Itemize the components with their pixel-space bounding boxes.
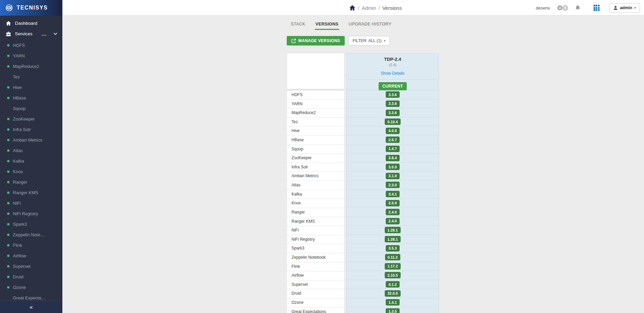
table-row: 3.4.1 <box>347 190 439 199</box>
caret-down-icon: ▾ <box>634 6 636 10</box>
sidebar-service-item[interactable]: Ozone <box>0 282 62 293</box>
manage-versions-button[interactable]: MANAGE VERSIONS <box>287 36 345 45</box>
home-icon[interactable] <box>349 5 356 11</box>
service-name-cell: Flink <box>287 262 344 272</box>
breadcrumb: / Admin / Versions <box>349 0 402 16</box>
service-item-label: ZooKeeper <box>13 116 35 122</box>
service-item-label: Superset <box>13 264 31 269</box>
sidebar-item-dashboard[interactable]: Dashboard <box>0 18 62 29</box>
version-badge[interactable]: 0.11.2 <box>385 254 401 260</box>
version-badge[interactable]: 3.8.4 <box>386 155 399 161</box>
service-name-cell: Ranger <box>287 208 344 217</box>
sidebar-service-item[interactable]: Sqoop <box>0 103 62 114</box>
service-status-dot <box>7 286 9 289</box>
table-row: 3.0.0 <box>347 163 439 172</box>
service-name-cell: NiFi Registry <box>287 235 344 244</box>
version-badge[interactable]: 4.0.0 <box>386 128 399 134</box>
sidebar-service-item[interactable]: Knox <box>0 166 62 177</box>
show-details-link[interactable]: Show Details <box>381 71 404 76</box>
sidebar-service-item[interactable]: Superset <box>0 261 62 272</box>
sidebar-service-item[interactable]: Druid <box>0 272 62 282</box>
sidebar-collapse-button[interactable]: « <box>0 301 62 313</box>
sidebar-service-item[interactable]: ZooKeeper <box>0 114 62 124</box>
sidebar-service-item[interactable]: MapReduce2 <box>0 61 62 72</box>
sidebar-service-item[interactable]: HBase <box>0 93 62 103</box>
version-badge[interactable]: 2.4.0 <box>386 209 399 215</box>
sidebar-service-item[interactable]: HDFS <box>0 40 62 51</box>
service-item-label: Kafka <box>13 159 24 164</box>
collapse-chevrons-icon: « <box>29 304 33 311</box>
table-row: 3.5.3 <box>347 244 439 253</box>
sidebar-service-item[interactable]: Ranger <box>0 177 62 187</box>
sidebar-service-item[interactable]: Ranger KMS <box>0 187 62 198</box>
version-badge[interactable]: 3.1.0 <box>386 173 399 179</box>
version-badge[interactable]: 1.4.7 <box>386 146 399 152</box>
service-item-label: Ambari Metrics <box>13 137 42 143</box>
admin-tabs: STACKVERSIONSUPGRADE HISTORY <box>290 21 392 30</box>
version-badge[interactable]: 2.10.5 <box>385 272 400 278</box>
version-badge[interactable]: 2.5.7 <box>386 136 399 143</box>
version-badge[interactable]: 3.5.3 <box>386 245 399 252</box>
cluster-name: desenv <box>536 5 550 11</box>
service-item-label: Ranger KMS <box>13 190 38 195</box>
tab[interactable]: STACK <box>290 21 306 30</box>
version-badge[interactable]: 4.1.2 <box>386 281 399 288</box>
service-item-label: Atlas <box>13 148 23 153</box>
version-badge[interactable]: 1.28.1 <box>385 227 400 233</box>
service-name-cell: Tez <box>287 118 344 127</box>
version-badge[interactable]: 2.3.0 <box>386 182 399 188</box>
sidebar-service-item[interactable]: NiFi Registry <box>0 208 62 219</box>
table-row: 1.28.1 <box>347 226 439 235</box>
service-item-label: Ranger <box>13 180 27 185</box>
service-status-dot <box>7 276 9 278</box>
sidebar-service-item[interactable]: YARN <box>0 51 62 61</box>
user-menu-button[interactable]: admin ▾ <box>609 3 640 13</box>
version-badge[interactable]: 1.17.2 <box>385 263 400 270</box>
service-name-cell: NiFi <box>287 226 344 235</box>
tab[interactable]: UPGRADE HISTORY <box>348 21 392 30</box>
sidebar-service-item[interactable]: Hive <box>0 82 62 93</box>
notifications-bell-icon[interactable] <box>575 5 581 11</box>
version-badge[interactable]: 3.3.6 <box>386 91 399 98</box>
current-status-badge[interactable]: CURRENT <box>379 82 407 90</box>
table-row: 3.3.6 <box>347 90 439 99</box>
user-menu-label: admin <box>620 5 632 10</box>
sidebar-service-item[interactable]: NiFi <box>0 198 62 208</box>
sidebar-service-item[interactable]: Zeppelin Note… <box>0 229 62 240</box>
version-badge[interactable]: 3.0.0 <box>386 164 399 170</box>
version-badge[interactable]: 3.3.6 <box>386 100 399 107</box>
service-status-dot <box>7 118 9 120</box>
version-badge[interactable]: 32.0.0 <box>385 290 400 297</box>
filter-dropdown[interactable]: FILTER: ALL (1) ▾ <box>348 36 390 45</box>
version-badge[interactable]: 1.28.1 <box>385 236 400 242</box>
service-item-label: YARN <box>13 53 25 58</box>
sidebar-service-item[interactable]: Airflow <box>0 251 62 261</box>
breadcrumb-item-versions: Versions <box>382 5 402 11</box>
app-grid-icon[interactable] <box>593 5 600 11</box>
version-badge[interactable]: 2.0.0 <box>386 200 399 206</box>
version-badge[interactable]: 1.4.1 <box>386 299 399 306</box>
sidebar-service-item[interactable]: Atlas <box>0 145 62 156</box>
sidebar-service-item[interactable]: Tez <box>0 72 62 82</box>
sidebar-service-item[interactable]: Infra Solr <box>0 124 62 135</box>
version-badge[interactable]: 3.4.1 <box>386 191 399 197</box>
version-badge[interactable]: 0.10.4 <box>385 118 400 125</box>
breadcrumb-item-admin[interactable]: Admin <box>362 5 376 11</box>
tab[interactable]: VERSIONS <box>315 21 339 30</box>
service-status-dot <box>7 170 9 173</box>
services-more-icon[interactable]: ... <box>41 32 47 36</box>
sidebar-item-services[interactable]: Services ... <box>0 29 62 39</box>
sidebar-service-item[interactable]: Spark3 <box>0 219 62 229</box>
background-operations-button[interactable]: ⚙ 0 <box>557 4 568 11</box>
chevron-down-icon[interactable] <box>53 32 58 36</box>
version-badge[interactable]: 3.3.6 <box>386 110 399 116</box>
version-badge[interactable]: 1.3.5 <box>386 308 399 313</box>
actions-row: MANAGE VERSIONS FILTER: ALL (1) ▾ <box>287 36 390 45</box>
service-name-cell: Hive <box>287 127 344 136</box>
sidebar-service-item[interactable]: Kafka <box>0 156 62 166</box>
sidebar-service-item[interactable]: Flink <box>0 240 62 251</box>
table-row: 2.4.0 <box>347 217 439 226</box>
filter-label: FILTER: ALL (1) <box>353 38 381 43</box>
sidebar-service-item[interactable]: Ambari Metrics <box>0 135 62 145</box>
version-badge[interactable]: 2.4.0 <box>386 218 399 224</box>
